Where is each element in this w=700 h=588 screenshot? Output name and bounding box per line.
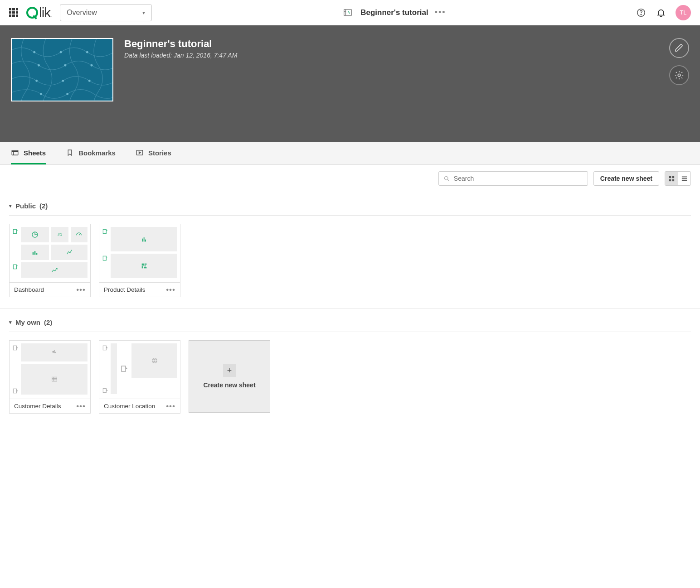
search-input[interactable] (454, 175, 583, 182)
svg-rect-49 (103, 388, 106, 392)
section-label: Public (15, 202, 36, 210)
sheet-card[interactable]: #1 Dashboard ••• (9, 224, 91, 297)
svg-rect-27 (13, 229, 16, 233)
section-myown: ▾ My own (2) Customer Details ••• (0, 308, 700, 424)
svg-point-44 (54, 352, 55, 353)
svg-rect-37 (141, 264, 144, 266)
svg-point-11 (35, 80, 38, 82)
svg-point-19 (444, 176, 448, 180)
svg-point-7 (86, 51, 88, 53)
tab-label: Bookmarks (78, 149, 116, 157)
logo-q-icon (26, 7, 38, 19)
sheet-name: Product Details (104, 286, 146, 293)
section-count: (2) (39, 202, 48, 210)
sheet-preview (99, 341, 180, 399)
create-sheet-card[interactable]: + Create new sheet (189, 340, 270, 413)
svg-rect-36 (103, 256, 106, 260)
grid-view-button[interactable] (665, 172, 678, 185)
section-header-myown[interactable]: ▾ My own (2) (9, 313, 691, 332)
chevron-down-icon: ▾ (142, 10, 145, 16)
svg-point-5 (33, 51, 35, 53)
sheet-preview: #1 (10, 224, 90, 282)
card-more-icon[interactable]: ••• (76, 402, 86, 411)
svg-point-6 (60, 51, 62, 53)
svg-point-10 (91, 64, 93, 67)
card-footer: Dashboard ••• (10, 282, 90, 297)
create-sheet-button[interactable]: Create new sheet (593, 171, 659, 186)
apps-grid-icon[interactable] (9, 8, 18, 17)
edit-button[interactable] (669, 38, 689, 58)
svg-point-9 (64, 64, 66, 67)
more-icon[interactable]: ••• (435, 8, 446, 17)
section-header-public[interactable]: ▾ Public (2) (9, 197, 691, 216)
section-public: ▾ Public (2) #1 (0, 192, 700, 308)
help-icon[interactable] (636, 7, 647, 18)
bell-icon[interactable] (656, 7, 666, 18)
chevron-down-icon: ▾ (9, 203, 12, 209)
hero-subtitle: Data last loaded: Jan 12, 2016, 7:47 AM (124, 52, 237, 59)
hero-text: Beginner's tutorial Data last loaded: Ja… (124, 38, 237, 101)
topbar-center: Beginner's tutorial ••• (160, 6, 627, 19)
hero-title: Beginner's tutorial (124, 38, 237, 50)
view-dropdown-label: Overview (67, 9, 97, 17)
myown-cards: Customer Details ••• Customer Location (9, 332, 691, 414)
search-icon (443, 175, 450, 182)
plus-icon: + (223, 364, 236, 377)
svg-point-3 (641, 14, 641, 14)
svg-rect-34 (143, 237, 144, 241)
content-tabs: Sheets Bookmarks Stories (0, 142, 700, 165)
sheet-name: Customer Details (14, 403, 61, 410)
svg-rect-32 (103, 229, 106, 233)
top-nav: lik. Overview ▾ Beginner's tutorial ••• … (0, 0, 700, 25)
svg-rect-29 (34, 251, 36, 255)
user-avatar[interactable]: TL (676, 5, 691, 20)
svg-rect-47 (52, 377, 57, 381)
create-card-label: Create new sheet (203, 381, 255, 389)
sheet-preview (99, 224, 180, 282)
svg-rect-35 (145, 240, 146, 242)
svg-rect-25 (681, 178, 686, 179)
list-view-button[interactable] (678, 172, 690, 185)
svg-point-15 (66, 93, 68, 95)
svg-point-14 (40, 93, 42, 95)
view-dropdown[interactable]: Overview ▾ (60, 4, 152, 21)
section-count: (2) (44, 318, 52, 326)
search-input-wrapper[interactable] (438, 171, 588, 186)
sheet-card[interactable]: Product Details ••• (99, 224, 180, 297)
svg-rect-21 (672, 176, 674, 178)
settings-button[interactable] (669, 65, 689, 85)
svg-point-45 (53, 350, 55, 352)
tab-sheets[interactable]: Sheets (11, 142, 46, 164)
app-thumbnail[interactable] (11, 38, 113, 101)
tab-stories[interactable]: Stories (136, 142, 171, 164)
app-hero: Beginner's tutorial Data last loaded: Ja… (0, 25, 700, 142)
svg-rect-41 (144, 267, 146, 269)
section-label: My own (15, 318, 40, 326)
chevron-down-icon: ▾ (9, 319, 12, 325)
sheet-name: Dashboard (14, 286, 44, 293)
sheet-toolbar: Create new sheet (0, 165, 700, 192)
card-footer: Product Details ••• (99, 282, 180, 297)
topbar-right: TL (636, 5, 691, 20)
app-title: Beginner's tutorial (360, 8, 428, 17)
svg-rect-23 (672, 179, 674, 181)
svg-rect-20 (669, 176, 671, 178)
sheet-card[interactable]: Customer Location ••• (99, 340, 180, 414)
sheet-card[interactable]: Customer Details ••• (9, 340, 91, 414)
svg-rect-17 (12, 150, 18, 155)
app-overview-icon[interactable] (341, 6, 354, 19)
tab-bookmarks[interactable]: Bookmarks (66, 142, 116, 164)
card-more-icon[interactable]: ••• (76, 285, 86, 294)
svg-point-12 (62, 80, 64, 82)
card-more-icon[interactable]: ••• (166, 285, 175, 294)
svg-rect-26 (681, 180, 686, 181)
qlik-logo[interactable]: lik. (26, 5, 52, 20)
svg-rect-39 (144, 265, 146, 267)
svg-rect-0 (344, 9, 352, 15)
svg-point-1 (348, 11, 349, 12)
svg-point-43 (52, 351, 54, 353)
logo-text: lik (39, 5, 50, 20)
svg-rect-4 (12, 39, 112, 101)
card-more-icon[interactable]: ••• (166, 402, 175, 411)
svg-rect-38 (144, 264, 146, 265)
